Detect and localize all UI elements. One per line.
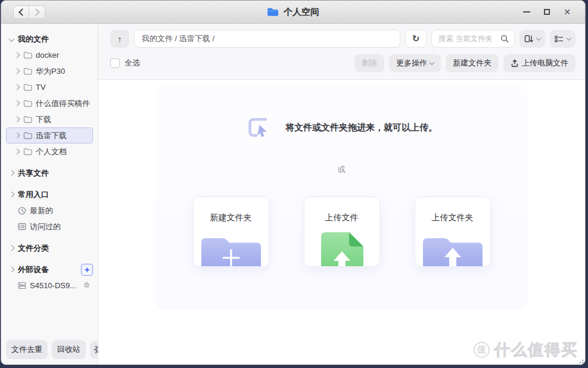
search-box[interactable] (431, 30, 515, 48)
upload-folder-card[interactable]: 上传文件夹 (415, 197, 491, 267)
folder-outline-icon (23, 83, 32, 91)
folder-outline-icon (23, 148, 32, 155)
resize-grip[interactable] (578, 358, 584, 364)
refresh-button[interactable]: ↻ (405, 30, 427, 48)
recycle-bin-button[interactable]: 回收站 (52, 340, 86, 359)
select-all-label: 全选 (125, 58, 140, 68)
chevron-right-icon (14, 117, 20, 123)
chevron-down-icon (567, 35, 571, 40)
sidebar-item-downloads[interactable]: 下载 (6, 111, 93, 127)
folder-plus-icon (198, 231, 265, 267)
refresh-icon: ↻ (412, 33, 420, 44)
sidebar-item-file-categories[interactable]: 文件分类 (1, 240, 98, 256)
or-text: 或 (155, 164, 528, 175)
window-controls: ✕ (523, 8, 571, 16)
sidebar-item-shared-files[interactable]: 共享文件 (1, 165, 98, 181)
chevron-right-icon (9, 192, 15, 198)
window-title-area: 个人空间 (267, 7, 319, 18)
chevron-right-icon (14, 85, 20, 91)
drag-select-icon (246, 116, 270, 139)
app-window: 个人空间 ✕ 我的文件 docker 华为P30 (1, 0, 586, 365)
back-button[interactable] (13, 5, 29, 19)
chevron-down-icon (536, 35, 541, 40)
folder-outline-icon (23, 99, 32, 107)
view-mode-button[interactable] (550, 30, 575, 48)
forward-icon (32, 8, 40, 16)
watermark-text: 什么值得买 (494, 339, 578, 360)
folder-icon (267, 7, 279, 17)
sidebar-item-docker[interactable]: docker (6, 47, 93, 63)
history-nav (13, 5, 45, 19)
watermark: 值 什么值得买 (474, 339, 578, 360)
new-folder-button[interactable]: 新建文件夹 (446, 54, 499, 72)
upload-pc-files-button[interactable]: 上传电脑文件 (503, 54, 575, 72)
drop-zone[interactable]: 将文件或文件夹拖进来，就可以上传。 或 新建文件夹 (155, 83, 528, 310)
chevron-right-icon (14, 133, 20, 139)
delete-button: 删除 (354, 54, 384, 72)
chevron-right-icon (14, 101, 20, 107)
clock-icon (18, 207, 26, 215)
folder-outline-icon (23, 116, 32, 123)
go-up-button[interactable]: ↑ (110, 30, 129, 48)
sidebar-item-huawei-p30[interactable]: 华为P30 (6, 63, 93, 79)
desktop: 个人空间 ✕ 我的文件 docker 华为P30 (0, 0, 588, 368)
add-device-button[interactable]: + (81, 264, 93, 276)
close-button[interactable]: ✕ (564, 8, 571, 16)
titlebar: 个人空间 ✕ (1, 1, 585, 24)
sidebar: 我的文件 docker 华为P30 TV 什么值得买稿件 (1, 24, 98, 365)
sidebar-item-my-files[interactable]: 我的文件 (1, 31, 98, 47)
file-upload-icon (319, 231, 365, 267)
minimize-button[interactable] (523, 11, 530, 13)
chevron-right-icon (14, 52, 20, 58)
sidebar-item-tv[interactable]: TV (6, 79, 93, 95)
upload-icon (511, 59, 519, 67)
eject-icon[interactable] (83, 281, 91, 290)
upload-file-card[interactable]: 上传文件 (304, 197, 380, 267)
folder-upload-icon (419, 231, 486, 267)
sidebar-item-visited[interactable]: 访问过的 (1, 219, 98, 235)
maximize-button[interactable] (544, 9, 550, 15)
file-area: 将文件或文件夹拖进来，就可以上传。 或 新建文件夹 (98, 80, 585, 365)
drop-hint-text: 将文件或文件夹拖进来，就可以上传。 (285, 122, 437, 133)
window-title: 个人空间 (284, 7, 319, 18)
chevron-down-icon (430, 60, 434, 64)
sidebar-item-recent[interactable]: 最新的 (1, 202, 98, 219)
chevron-right-icon (9, 245, 15, 251)
search-icon (500, 35, 509, 43)
folder-outline-icon (23, 67, 32, 75)
chevron-right-icon (9, 267, 15, 273)
sidebar-item-external-devices[interactable]: 外部设备 + (1, 261, 98, 277)
sidebar-footer: 文件去重 回收站 (6, 340, 107, 359)
toolbar: ↑ 我的文件 / 迅雷下载 / ↻ (98, 24, 585, 80)
more-actions-button[interactable]: 更多操作 (389, 54, 441, 72)
sidebar-item-personal-docs[interactable]: 个人文档 (6, 144, 93, 160)
history-icon (18, 223, 26, 230)
chevron-down-icon (9, 36, 15, 42)
arrow-up-icon: ↑ (117, 34, 122, 44)
breadcrumb[interactable]: 我的文件 / 迅雷下载 / (134, 30, 400, 48)
folder-outline-icon (23, 132, 32, 139)
sidebar-item-quick-access[interactable]: 常用入口 (1, 186, 98, 202)
sort-button[interactable] (519, 30, 545, 48)
sidebar-item-smzdm-drafts[interactable]: 什么值得买稿件 (6, 95, 93, 111)
chevron-right-icon (9, 170, 15, 176)
list-view-icon (555, 35, 564, 43)
dedupe-button[interactable]: 文件去重 (6, 340, 48, 359)
new-folder-card[interactable]: 新建文件夹 (193, 197, 269, 267)
search-input[interactable] (437, 34, 498, 43)
smzdm-badge-icon: 值 (474, 342, 490, 358)
forward-button[interactable] (29, 5, 45, 19)
sidebar-item-device[interactable]: S4510-DS9... (1, 277, 98, 294)
folder-outline-icon (23, 51, 32, 59)
back-icon (18, 8, 26, 16)
chevron-right-icon (14, 149, 20, 155)
sort-icon (524, 35, 533, 43)
chevron-right-icon (14, 68, 20, 74)
nas-device-icon (18, 282, 26, 289)
select-all-checkbox[interactable] (110, 58, 120, 68)
main-panel: ↑ 我的文件 / 迅雷下载 / ↻ (98, 24, 585, 365)
sidebar-item-thunder-downloads[interactable]: 迅雷下载 (6, 127, 93, 144)
